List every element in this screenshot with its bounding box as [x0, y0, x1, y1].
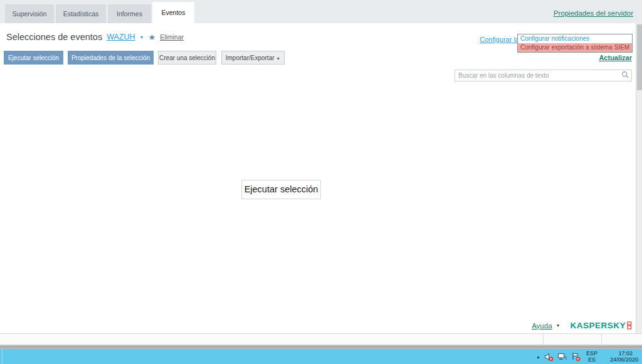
kaspersky-security-center-window: Supervisión Estadísticas Informes Evento…: [0, 0, 642, 364]
clock-time: 17:02: [603, 350, 638, 356]
run-selection-button[interactable]: Ejecutar selección: [4, 51, 63, 65]
kaspersky-logo: KASPERSKY: [570, 321, 632, 330]
status-bar-separator: [601, 333, 602, 345]
search-input[interactable]: [455, 70, 632, 81]
search-box: [455, 69, 632, 81]
taskbar-accent-line: [2, 349, 3, 364]
tab-estadisticas[interactable]: Estadísticas: [56, 4, 106, 23]
search-icon[interactable]: [621, 71, 629, 79]
language-line2: ES: [584, 356, 599, 363]
run-selection-main-button[interactable]: Ejecutar selección: [241, 180, 321, 199]
status-bar: [0, 333, 642, 345]
footer: Ayuda ▼ KASPERSKY: [532, 321, 632, 330]
create-selection-button[interactable]: Crear una selección: [158, 51, 216, 65]
action-center-flag-icon[interactable]: [571, 352, 581, 361]
tab-strip: Supervisión Estadísticas Informes Evento…: [0, 0, 642, 23]
help-link[interactable]: Ayuda: [532, 322, 552, 330]
selection-properties-button[interactable]: Propiedades de la selección: [68, 51, 154, 65]
language-indicator[interactable]: ESP ES: [584, 350, 599, 363]
tray-expand-icon[interactable]: ▲: [536, 355, 540, 359]
import-export-button[interactable]: Importar/Exportar ▼: [221, 51, 285, 65]
system-tray: ▲ ESP ES 17:02: [536, 349, 638, 364]
tab-informes[interactable]: Informes: [108, 4, 151, 23]
configure-context-menu: Configurar notificaciones Configurar exp…: [517, 34, 633, 53]
tab-supervision[interactable]: Supervisión: [5, 4, 54, 23]
menu-item-configure-notifications[interactable]: Configurar notificaciones: [518, 34, 632, 43]
kaspersky-logo-text: KASPERSKY: [570, 321, 626, 330]
language-line1: ESP: [584, 350, 599, 356]
network-icon[interactable]: [557, 352, 567, 361]
status-bar-separator: [543, 333, 544, 345]
window-bottom-edge: [0, 345, 642, 349]
clock-date: 24/06/2020: [603, 356, 638, 363]
tab-eventos[interactable]: Eventos: [152, 2, 194, 25]
favorite-star-icon[interactable]: ★: [148, 33, 155, 42]
selection-dropdown-icon[interactable]: ▼: [140, 35, 144, 39]
refresh-link[interactable]: Actualizar: [599, 54, 632, 61]
menu-item-configure-siem-export[interactable]: Configurar exportación a sistema SIEM: [518, 43, 632, 52]
import-export-label: Importar/Exportar: [226, 55, 275, 61]
help-dropdown-icon[interactable]: ▼: [556, 323, 560, 328]
windows-taskbar: ▲ ESP ES 17:02: [0, 349, 642, 364]
server-properties-link[interactable]: Propiedades del servidor: [554, 9, 633, 17]
delete-selection-link[interactable]: Eliminar: [160, 33, 184, 41]
selection-name-link[interactable]: WAZUH: [107, 33, 135, 41]
selection-bar: Selecciones de eventos WAZUH ▼ ★ Elimina…: [6, 32, 184, 42]
kaspersky-emblem-icon: [627, 321, 632, 330]
vertical-scrollbar[interactable]: [636, 23, 642, 333]
volume-muted-icon[interactable]: [544, 352, 554, 361]
scrollbar-thumb[interactable]: [637, 24, 642, 90]
taskbar-clock[interactable]: 17:02 24/06/2020: [603, 350, 638, 363]
configure-notifications-link[interactable]: Configurar las: [480, 36, 522, 43]
dropdown-arrow-icon: ▼: [276, 56, 280, 61]
page-title: Selecciones de eventos: [6, 32, 102, 42]
